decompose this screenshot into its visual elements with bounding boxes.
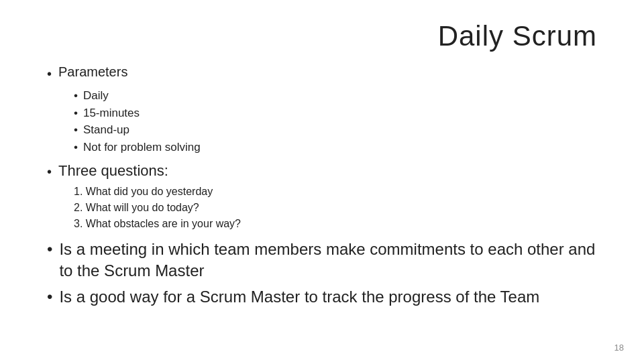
sub-dot-4: • — [74, 139, 78, 156]
large-bullet-2: • Is a good way for a Scrum Master to tr… — [47, 286, 604, 308]
sub-dot-2: • — [74, 105, 78, 122]
three-questions-bullet: • Three questions: — [47, 162, 604, 181]
large-dot-1: • — [47, 239, 52, 260]
sub-dot-1: • — [74, 87, 78, 105]
three-questions-label-text: Three questions: — [58, 162, 168, 180]
param-item-4: • Not for problem solving — [74, 139, 604, 156]
page-number: 18 — [614, 343, 624, 353]
param-text-1: Daily — [83, 87, 109, 105]
numbered-list: 1. What did you do yesterday 2. What wil… — [47, 184, 604, 232]
parameters-section: • Parameters • Daily • 15-minutes • Stan… — [47, 64, 604, 156]
bullet-dot-2: • — [47, 162, 52, 181]
title-area: Daily Scrum — [40, 20, 604, 52]
large-bullets-section: • Is a meeting in which team members mak… — [47, 239, 604, 308]
question-1: 1. What did you do yesterday — [74, 184, 604, 200]
sub-dot-3: • — [74, 121, 78, 139]
param-text-4: Not for problem solving — [83, 139, 201, 156]
parameters-label: Parameters — [58, 64, 127, 80]
large-dot-2: • — [47, 286, 52, 308]
parameters-sub-bullets: • Daily • 15-minutes • Stand-up • Not fo… — [47, 87, 604, 156]
param-item-1: • Daily — [74, 87, 604, 105]
large-bullet-1: • Is a meeting in which team members mak… — [47, 239, 604, 282]
content-area: • Parameters • Daily • 15-minutes • Stan… — [40, 64, 604, 308]
large-bullet-text-2: Is a good way for a Scrum Master to trac… — [59, 286, 539, 308]
slide-title: Daily Scrum — [438, 20, 597, 52]
question-3: 3. What obstacles are in your way? — [74, 216, 604, 232]
parameters-bullet: • Parameters — [47, 64, 604, 83]
three-questions-section: • Three questions: 1. What did you do ye… — [47, 162, 604, 232]
slide: Daily Scrum • Parameters • Daily • 15-mi… — [0, 0, 644, 362]
param-item-3: • Stand-up — [74, 121, 604, 139]
question-2: 2. What will you do today? — [74, 200, 604, 216]
param-text-3: Stand-up — [83, 121, 129, 139]
bullet-dot-1: • — [47, 64, 52, 83]
param-item-2: • 15-minutes — [74, 105, 604, 122]
param-text-2: 15-minutes — [83, 105, 140, 122]
large-bullet-text-1: Is a meeting in which team members make … — [59, 239, 604, 282]
